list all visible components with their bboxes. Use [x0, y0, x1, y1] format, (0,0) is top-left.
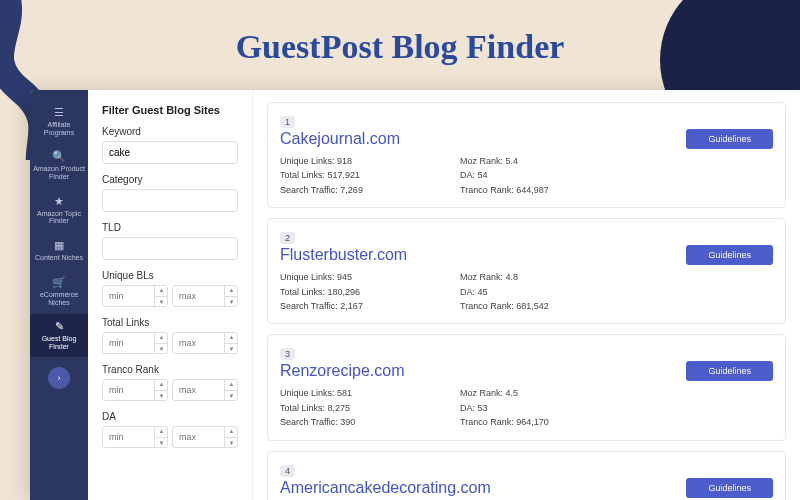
stepper[interactable]: ▲▼	[154, 379, 168, 401]
sidebar-item-content-niches[interactable]: ▦ Content Niches	[30, 233, 88, 268]
chevron-up-icon[interactable]: ▲	[155, 285, 168, 297]
result-card: 4Americancakedecorating.comGuidelinesUni…	[267, 451, 786, 500]
stat-search-traffic: Search Traffic: 7,269	[280, 183, 400, 197]
stepper[interactable]: ▲▼	[154, 285, 168, 307]
stat-unique-links: Unique Links: 581	[280, 386, 400, 400]
app-window: ☰ Affiliate Programs 🔍 Amazon Product Fi…	[30, 90, 800, 500]
total-links-label: Total Links	[102, 317, 238, 328]
stat-moz-rank: Moz Rank: 4.5	[460, 386, 580, 400]
chevron-up-icon[interactable]: ▲	[155, 332, 168, 344]
stat-moz-rank: Moz Rank: 4.8	[460, 270, 580, 284]
result-card: 1Cakejournal.comGuidelinesUnique Links: …	[267, 102, 786, 208]
sidebar-item-label: Affiliate Programs	[32, 121, 86, 136]
category-label: Category	[102, 174, 238, 185]
stat-tranco-rank: Tranco Rank: 644,987	[460, 183, 580, 197]
rank-badge: 2	[280, 232, 295, 244]
stat-da: DA: 45	[460, 285, 580, 299]
chevron-up-icon[interactable]: ▲	[225, 285, 238, 297]
chevron-up-icon[interactable]: ▲	[225, 379, 238, 391]
stat-total-links: Total Links: 180,296	[280, 285, 400, 299]
stat-search-traffic: Search Traffic: 390	[280, 415, 400, 429]
stepper[interactable]: ▲▼	[154, 332, 168, 354]
result-card: 2Flusterbuster.comGuidelinesUnique Links…	[267, 218, 786, 324]
pencil-icon: ✎	[32, 320, 86, 333]
chevron-up-icon[interactable]: ▲	[155, 379, 168, 391]
sidebar-item-affiliate-programs[interactable]: ☰ Affiliate Programs	[30, 100, 88, 142]
stepper[interactable]: ▲▼	[224, 426, 238, 448]
stepper[interactable]: ▲▼	[224, 332, 238, 354]
stat-unique-links: Unique Links: 918	[280, 154, 400, 168]
rank-badge: 4	[280, 465, 295, 477]
stat-unique-links: Unique Links: 945	[280, 270, 400, 284]
tld-label: TLD	[102, 222, 238, 233]
stat-da: DA: 54	[460, 168, 580, 182]
tld-input[interactable]	[102, 237, 238, 260]
chevron-down-icon[interactable]: ▼	[155, 344, 168, 355]
guidelines-button[interactable]: Guidelines	[686, 245, 773, 265]
chevron-down-icon[interactable]: ▼	[155, 297, 168, 308]
stat-tranco-rank: Tranco Rank: 964,170	[460, 415, 580, 429]
sidebar-item-guest-blog-finder[interactable]: ✎ Guest Blog Finder	[30, 314, 88, 356]
keyword-label: Keyword	[102, 126, 238, 137]
sidebar-item-ecommerce-niches[interactable]: 🛒 eCommerce Niches	[30, 270, 88, 312]
stat-tranco-rank: Tranco Rank: 681,542	[460, 299, 580, 313]
guidelines-button[interactable]: Guidelines	[686, 361, 773, 381]
chevron-up-icon[interactable]: ▲	[225, 332, 238, 344]
da-label: DA	[102, 411, 238, 422]
list-icon: ☰	[32, 106, 86, 119]
sidebar-item-label: Content Niches	[32, 254, 86, 262]
chevron-down-icon[interactable]: ▼	[225, 344, 238, 355]
unique-bls-label: Unique BLs	[102, 270, 238, 281]
guidelines-button[interactable]: Guidelines	[686, 478, 773, 498]
sidebar-item-label: Amazon Product Finder	[32, 165, 86, 180]
stat-search-traffic: Search Traffic: 2,167	[280, 299, 400, 313]
stepper[interactable]: ▲▼	[224, 285, 238, 307]
sidebar-item-amazon-topic-finder[interactable]: ★ Amazon Topic Finder	[30, 189, 88, 231]
grid-icon: ▦	[32, 239, 86, 252]
stat-moz-rank: Moz Rank: 5.4	[460, 154, 580, 168]
page-title: GuestPost Blog Finder	[0, 28, 800, 66]
stat-da: DA: 53	[460, 401, 580, 415]
stat-total-links: Total Links: 8,275	[280, 401, 400, 415]
tranco-rank-label: Tranco Rank	[102, 364, 238, 375]
sidebar: ☰ Affiliate Programs 🔍 Amazon Product Fi…	[30, 90, 88, 500]
chevron-down-icon[interactable]: ▼	[225, 297, 238, 308]
result-card: 3Renzorecipe.comGuidelinesUnique Links: …	[267, 334, 786, 440]
chevron-down-icon[interactable]: ▼	[225, 391, 238, 402]
search-icon: 🔍	[32, 150, 86, 163]
stepper[interactable]: ▲▼	[224, 379, 238, 401]
cart-icon: 🛒	[32, 276, 86, 289]
sidebar-item-label: Amazon Topic Finder	[32, 210, 86, 225]
guidelines-button[interactable]: Guidelines	[686, 129, 773, 149]
chevron-down-icon[interactable]: ▼	[225, 438, 238, 449]
star-icon: ★	[32, 195, 86, 208]
sidebar-item-label: Guest Blog Finder	[32, 335, 86, 350]
chevron-up-icon[interactable]: ▲	[155, 426, 168, 438]
keyword-input[interactable]	[102, 141, 238, 164]
filter-heading: Filter Guest Blog Sites	[102, 104, 238, 116]
filter-panel: Filter Guest Blog Sites Keyword Category…	[88, 90, 253, 500]
results-list: 1Cakejournal.comGuidelinesUnique Links: …	[253, 90, 800, 500]
sidebar-expand-button[interactable]: ›	[48, 367, 70, 389]
chevron-down-icon[interactable]: ▼	[155, 391, 168, 402]
rank-badge: 1	[280, 116, 295, 128]
stepper[interactable]: ▲▼	[154, 426, 168, 448]
rank-badge: 3	[280, 348, 295, 360]
sidebar-item-label: eCommerce Niches	[32, 291, 86, 306]
stat-total-links: Total Links: 517,921	[280, 168, 400, 182]
chevron-down-icon[interactable]: ▼	[155, 438, 168, 449]
chevron-up-icon[interactable]: ▲	[225, 426, 238, 438]
category-input[interactable]	[102, 189, 238, 212]
sidebar-item-amazon-product-finder[interactable]: 🔍 Amazon Product Finder	[30, 144, 88, 186]
